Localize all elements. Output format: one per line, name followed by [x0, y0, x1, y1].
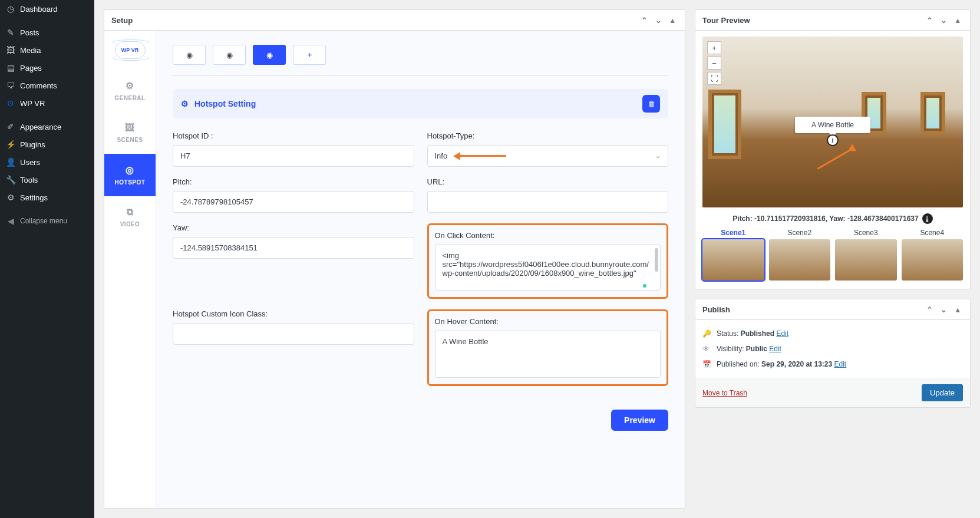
onclick-textarea[interactable] [435, 245, 661, 291]
edit-status-link[interactable]: Edit [776, 329, 788, 338]
users-icon: 👤 [6, 157, 15, 167]
wpvr-logo: WP VR [104, 31, 156, 70]
hotspot-id-label: Hotspot ID : [173, 131, 414, 140]
menu-tools[interactable]: 🔧Tools [0, 171, 94, 189]
menu-pages[interactable]: ▤Pages [0, 59, 94, 77]
move-to-trash-link[interactable]: Move to Trash [702, 389, 747, 397]
scene-thumb-3[interactable]: Scene3 [835, 229, 897, 281]
scene-thumb-4[interactable]: Scene4 [902, 229, 963, 281]
setup-panel: Setup ⌃ ⌄ ▴ WP VR ⚙GENERAL 🖼SCENES ◎HOTS… [104, 9, 685, 509]
image-icon: 🖼 [107, 123, 153, 133]
panel-up-icon[interactable]: ⌃ [639, 15, 649, 25]
calendar-icon: 📅 [702, 360, 712, 368]
url-label: URL: [427, 177, 669, 186]
plus-icon: ＋ [306, 50, 314, 60]
menu-wpvr[interactable]: ⊙WP VR [0, 94, 94, 112]
pitch-yaw-readout: Pitch: -10.711517720931816, Yaw: -128.46… [702, 207, 963, 229]
zoom-in-button[interactable]: + [707, 41, 721, 54]
pitch-input[interactable] [173, 191, 414, 213]
pages-icon: ▤ [6, 63, 15, 72]
setup-title: Setup [111, 16, 133, 25]
grammarly-icon [643, 284, 646, 288]
hotspot-tooltip: A Wine Bottle [795, 117, 870, 133]
settings-icon: ⚙ [6, 193, 15, 202]
delete-hotspot-button[interactable]: 🗑 [642, 95, 660, 113]
scene-thumb-2[interactable]: Scene2 [769, 229, 831, 281]
pin-icon: ✎ [6, 28, 15, 37]
menu-plugins[interactable]: ⚡Plugins [0, 136, 94, 153]
hotspot-tab-3[interactable]: ◉ [253, 45, 286, 65]
panel-toggle-icon[interactable]: ▴ [952, 15, 963, 25]
edit-date-link[interactable]: Edit [834, 360, 847, 368]
panel-up-icon[interactable]: ⌃ [924, 304, 935, 315]
icon-class-label: Hotspot Custom Icon Class: [173, 309, 414, 318]
scrollbar[interactable] [655, 248, 658, 272]
publish-panel: Publish ⌃ ⌄ ▴ 🔑Status: Published Edit 👁V… [695, 299, 971, 408]
menu-media[interactable]: 🖾Media [0, 41, 94, 59]
tab-general[interactable]: ⚙GENERAL [104, 70, 156, 112]
collapse-icon: ◀ [6, 216, 15, 226]
panel-down-icon[interactable]: ⌄ [938, 15, 949, 25]
key-icon: 🔑 [702, 329, 712, 338]
panel-toggle-icon[interactable]: ▴ [667, 15, 678, 25]
info-icon: i [831, 137, 833, 144]
onhover-textarea[interactable] [435, 331, 661, 378]
dot-icon: ◉ [266, 51, 273, 60]
admin-sidebar: ◷Dashboard ✎Posts 🖾Media ▤Pages 🗨Comment… [0, 0, 94, 518]
tools-icon: 🔧 [6, 175, 15, 184]
tab-video[interactable]: ⧉VIDEO [104, 196, 156, 238]
yaw-label: Yaw: [173, 223, 414, 232]
update-button[interactable]: Update [922, 384, 963, 401]
panel-down-icon[interactable]: ⌄ [938, 304, 949, 315]
dot-icon: ◉ [226, 51, 233, 60]
dashboard-icon: ◷ [6, 4, 15, 14]
hotspot-tab-2[interactable]: ◉ [213, 45, 246, 65]
menu-comments[interactable]: 🗨Comments [0, 77, 94, 94]
tour-preview-title: Tour Preview [702, 16, 750, 25]
hotspot-id-input[interactable] [173, 145, 414, 167]
gear-icon: ⚙ [181, 99, 189, 108]
download-icon[interactable]: ⭳ [922, 213, 933, 224]
collapse-menu[interactable]: ◀Collapse menu [0, 212, 94, 230]
icon-class-input[interactable] [173, 323, 414, 345]
menu-users[interactable]: 👤Users [0, 153, 94, 171]
hotspot-tab-add[interactable]: ＋ [293, 45, 326, 65]
pitch-label: Pitch: [173, 177, 414, 186]
hotspot-marker[interactable]: i [827, 134, 839, 146]
hotspot-type-select[interactable]: Info ⌄ [427, 145, 669, 167]
tab-scenes[interactable]: 🖼SCENES [104, 112, 156, 154]
panorama-viewer[interactable]: + − ⛶ A Wine Bottle i [702, 37, 963, 207]
zoom-out-button[interactable]: − [707, 57, 721, 70]
tab-hotspot[interactable]: ◎HOTSPOT [104, 154, 156, 196]
trash-icon: 🗑 [648, 100, 655, 108]
menu-dashboard[interactable]: ◷Dashboard [0, 0, 94, 18]
gear-icon: ⚙ [107, 80, 153, 91]
panel-up-icon[interactable]: ⌃ [924, 15, 935, 25]
media-icon: 🖾 [6, 45, 15, 55]
hotspot-tab-1[interactable]: ◉ [173, 45, 206, 65]
menu-posts[interactable]: ✎Posts [0, 24, 94, 41]
scene-thumb-1[interactable]: Scene1 [702, 229, 764, 281]
yaw-input[interactable] [173, 237, 414, 259]
annotation-arrow [817, 147, 853, 170]
url-input[interactable] [427, 191, 669, 213]
panel-down-icon[interactable]: ⌄ [653, 15, 664, 25]
eye-icon: 👁 [702, 345, 712, 353]
hotspot-setting-title: Hotspot Setting [194, 99, 256, 108]
target-icon: ◎ [107, 164, 153, 176]
preview-button[interactable]: Preview [611, 410, 668, 431]
onhover-label: On Hover Content: [435, 317, 661, 326]
edit-visibility-link[interactable]: Edit [769, 345, 781, 353]
vr-icon: ⊙ [6, 98, 15, 108]
fullscreen-button[interactable]: ⛶ [707, 72, 721, 85]
comments-icon: 🗨 [6, 81, 15, 90]
chevron-down-icon: ⌄ [655, 152, 661, 160]
menu-appearance[interactable]: ✐Appearance [0, 118, 94, 136]
dot-icon: ◉ [186, 51, 193, 60]
annotation-arrow [453, 152, 506, 160]
brush-icon: ✐ [6, 122, 15, 131]
onclick-label: On Click Content: [435, 231, 661, 240]
menu-settings[interactable]: ⚙Settings [0, 189, 94, 206]
panel-toggle-icon[interactable]: ▴ [952, 304, 963, 315]
publish-title: Publish [702, 305, 730, 314]
